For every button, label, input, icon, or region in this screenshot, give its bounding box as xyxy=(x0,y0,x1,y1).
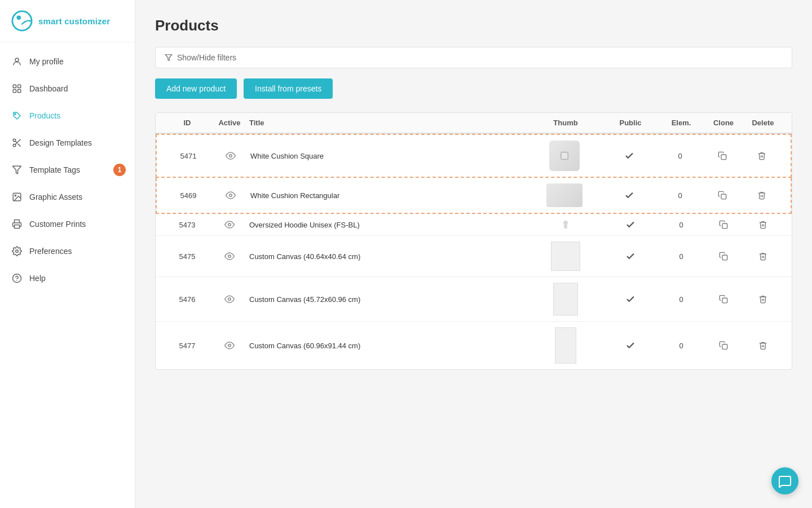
filter-label: Show/Hide filters xyxy=(177,53,236,62)
product-thumbnail xyxy=(549,141,580,171)
row-thumb xyxy=(529,327,602,364)
row-delete[interactable] xyxy=(742,151,782,160)
row-thumb xyxy=(529,242,602,271)
main-content: Products Show/Hide filters Add new produ… xyxy=(135,0,812,508)
svg-point-27 xyxy=(228,224,231,226)
sidebar-item-template-tags[interactable]: Template Tags 1 xyxy=(0,156,135,183)
svg-rect-28 xyxy=(722,224,727,229)
filter-icon xyxy=(11,164,23,176)
row-clone[interactable] xyxy=(703,151,742,160)
svg-rect-6 xyxy=(18,90,21,93)
row-active[interactable] xyxy=(210,220,249,230)
table-row: 5476 Custom Canvas (45.72x60.96 cm) 0 xyxy=(156,277,792,322)
sidebar-nav: My profile Dashboard Products Design Tem… xyxy=(0,42,135,297)
sidebar-item-preferences[interactable]: Preferences xyxy=(0,238,135,265)
table-row: 5477 Custom Canvas (60.96x91.44 cm) 0 xyxy=(156,322,792,369)
trash-icon xyxy=(758,220,767,229)
row-clone[interactable] xyxy=(704,252,743,261)
row-id: 5473 xyxy=(165,221,210,229)
products-table: ID Active Title Thumb Public Elem. Clone… xyxy=(155,112,792,370)
clone-icon xyxy=(718,151,727,160)
sidebar: smart customizer My profile Dashboard Pr… xyxy=(0,0,135,508)
sidebar-item-design-templates[interactable]: Design Templates xyxy=(0,129,135,156)
app-logo: smart customizer xyxy=(0,0,135,42)
sidebar-item-customer-prints[interactable]: Customer Prints xyxy=(0,211,135,238)
row-active[interactable] xyxy=(210,251,249,261)
row-id: 5475 xyxy=(165,252,210,261)
row-delete[interactable] xyxy=(743,252,783,261)
svg-rect-4 xyxy=(18,85,21,87)
clone-icon xyxy=(719,341,728,350)
row-active[interactable] xyxy=(211,190,250,200)
row-delete[interactable] xyxy=(743,341,783,350)
row-elem: 0 xyxy=(659,341,704,350)
eye-icon xyxy=(226,190,236,200)
install-from-presets-button[interactable]: Install from presets xyxy=(244,78,333,99)
row-clone[interactable] xyxy=(704,220,743,229)
col-id: ID xyxy=(165,119,210,127)
svg-point-31 xyxy=(228,298,231,301)
sidebar-item-help[interactable]: Help xyxy=(0,265,135,292)
settings-icon xyxy=(11,246,23,257)
app-name: smart customizer xyxy=(38,16,110,26)
sidebar-label-customer-prints: Customer Prints xyxy=(29,220,86,229)
sidebar-item-dashboard[interactable]: Dashboard xyxy=(0,75,135,102)
svg-point-1 xyxy=(17,16,21,20)
svg-rect-5 xyxy=(13,90,16,93)
eye-icon xyxy=(224,340,235,351)
sidebar-item-graphic-assets[interactable]: Graphic Assets xyxy=(0,183,135,211)
row-clone[interactable] xyxy=(704,341,743,350)
col-public: Public xyxy=(602,119,659,127)
row-thumb xyxy=(529,220,602,229)
clone-icon xyxy=(719,252,728,261)
check-icon xyxy=(624,151,634,161)
svg-point-2 xyxy=(15,58,19,62)
row-clone[interactable] xyxy=(704,295,743,304)
row-active[interactable] xyxy=(210,294,249,304)
sidebar-item-my-profile[interactable]: My profile xyxy=(0,48,135,75)
row-public xyxy=(601,190,657,200)
trash-icon xyxy=(757,151,766,160)
row-thumb xyxy=(528,141,601,171)
row-clone[interactable] xyxy=(703,191,742,200)
row-delete[interactable] xyxy=(743,295,783,304)
grid-icon xyxy=(11,83,23,94)
row-public xyxy=(602,251,659,261)
col-thumb: Thumb xyxy=(529,119,602,127)
sidebar-item-products[interactable]: Products xyxy=(0,102,135,129)
chat-button[interactable] xyxy=(771,467,798,494)
sidebar-label-template-tags: Template Tags xyxy=(29,165,80,174)
svg-marker-20 xyxy=(165,55,172,61)
svg-rect-26 xyxy=(721,194,726,199)
page-title: Products xyxy=(155,17,792,34)
col-active: Active xyxy=(210,119,249,127)
add-new-product-button[interactable]: Add new product xyxy=(155,78,237,99)
table-row: 5475 Custom Canvas (40.64x40.64 cm) 0 xyxy=(156,236,792,277)
svg-marker-13 xyxy=(13,166,21,174)
row-delete[interactable] xyxy=(742,191,782,200)
trash-icon xyxy=(758,295,767,304)
clone-icon xyxy=(719,295,728,304)
product-thumbnail xyxy=(553,283,578,316)
col-title: Title xyxy=(249,119,529,127)
row-delete[interactable] xyxy=(743,220,783,229)
check-icon xyxy=(625,251,636,261)
filter-bar-icon xyxy=(165,54,173,62)
svg-rect-24 xyxy=(721,155,726,160)
sidebar-label-preferences: Preferences xyxy=(29,247,72,256)
check-icon xyxy=(625,340,636,351)
svg-rect-3 xyxy=(13,85,16,87)
product-thumbnail xyxy=(555,327,576,364)
sidebar-label-my-profile: My profile xyxy=(29,57,64,66)
svg-rect-16 xyxy=(15,225,20,229)
row-active[interactable] xyxy=(210,340,249,351)
row-title: Custom Canvas (45.72x60.96 cm) xyxy=(249,295,529,304)
row-id: 5476 xyxy=(165,295,210,304)
product-thumbnail xyxy=(546,183,582,207)
filter-bar[interactable]: Show/Hide filters xyxy=(155,47,792,68)
eye-icon xyxy=(224,251,235,261)
printer-icon xyxy=(11,218,23,230)
row-active[interactable] xyxy=(211,151,250,161)
row-public xyxy=(602,340,659,351)
row-id: 5471 xyxy=(166,152,211,160)
